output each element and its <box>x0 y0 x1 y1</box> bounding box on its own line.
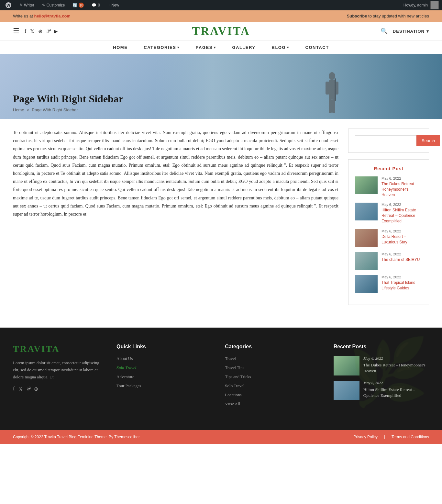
footer-instagram-icon[interactable]: ⊕ <box>34 386 38 392</box>
twitter-icon[interactable]: 𝕏 <box>30 28 34 34</box>
footer-cat-view-all[interactable]: View All <box>225 401 320 407</box>
hero-content: Page With Right Sidebar Home > Page With… <box>0 83 136 119</box>
new-item[interactable]: + New <box>106 0 121 10</box>
footer-quick-links-col: Quick Links About Us Solo Travel Adventu… <box>116 344 212 410</box>
avatar[interactable] <box>430 1 439 9</box>
chevron-down-icon: ▾ <box>426 29 429 34</box>
svg-text:W: W <box>6 3 10 8</box>
svg-point-2 <box>329 72 335 80</box>
writer-item[interactable]: ✎ Writer <box>17 0 36 10</box>
pinterest-icon[interactable]: 𝒫 <box>46 28 50 34</box>
plus-icon: + <box>108 3 110 7</box>
footer-grid: Travita Lorem ipsum dolor sit amet, cons… <box>13 344 429 410</box>
breadcrumb: Home > Page With Right Sidebar <box>13 107 123 112</box>
nav-categories[interactable]: CATEGORIES ▾ <box>144 45 180 50</box>
footer-pinterest-icon[interactable]: 𝒫 <box>27 386 30 392</box>
footer-recent-post-1: May 6, 2022 The Dukes Retreat – Honeymoo… <box>334 356 429 375</box>
nav-pages[interactable]: PAGES ▾ <box>196 45 216 50</box>
site-header: ☰ f 𝕏 ⊕ 𝒫 ▶ Travita 🔍 DESTINATION ▾ <box>0 22 442 41</box>
facebook-icon[interactable]: f <box>25 28 26 34</box>
comments-item[interactable]: 💬 0 <box>90 0 102 10</box>
wp-logo[interactable]: W <box>3 0 14 10</box>
footer-recent-info-1: May 6, 2022 The Dukes Retreat – Honeymoo… <box>363 356 429 375</box>
recent-post-name-3[interactable]: Della Resort – Luxurious Stay <box>381 234 422 245</box>
footer-facebook-icon[interactable]: f <box>13 386 15 392</box>
footer-logo: Travita <box>13 344 104 354</box>
hero-person-silhouette <box>319 67 345 119</box>
svg-rect-6 <box>329 99 332 113</box>
instagram-icon[interactable]: ⊕ <box>38 28 42 34</box>
recent-post-thumb-1 <box>355 176 378 194</box>
nav-blog[interactable]: BLOG ▾ <box>272 45 289 50</box>
recent-post-name-2[interactable]: Hilton Shillim Estate Retreat – Opulence… <box>381 207 422 224</box>
footer-quick-links-title: Quick Links <box>116 344 212 350</box>
recent-post-date-1: May 6, 2022 <box>381 176 422 180</box>
search-input[interactable] <box>355 135 416 146</box>
footer-cat-locations[interactable]: Locations <box>225 392 320 398</box>
new-label: New <box>111 3 119 7</box>
footer-recent-name-2[interactable]: Hilton Shillim Estate Retreat – Opulence… <box>363 387 429 398</box>
footer-link-solo-travel[interactable]: Solo Travel <box>116 365 212 370</box>
search-form: Search <box>355 135 422 146</box>
footer-recent-posts-col: Recent Posts May 6, 2022 The Dukes Retre… <box>334 344 429 410</box>
footer-cat-travel-tips[interactable]: Travel Tips <box>225 365 320 370</box>
terms-link[interactable]: Terms and Conditions <box>392 435 429 439</box>
main-navigation: HOME CATEGORIES ▾ PAGES ▾ GALLERY BLOG ▾… <box>0 41 442 54</box>
destination-button[interactable]: DESTINATION ▾ <box>393 29 429 34</box>
footer-recent-posts-title: Recent Posts <box>334 344 429 350</box>
header-right: 🔍 DESTINATION ▾ <box>381 28 429 35</box>
site-footer: 🌿 Travita Lorem ipsum dolor sit amet, co… <box>0 328 442 430</box>
notice-right: Subscribe to stay updated with new artic… <box>347 14 429 18</box>
notice-bar: Write us at hello@travtia.com Subscribe … <box>0 10 442 22</box>
customize-icon: ✎ <box>42 3 45 7</box>
footer-twitter-icon[interactable]: 𝕏 <box>18 386 23 392</box>
recent-post-name-1[interactable]: The Dukes Retreat – Honeymooner's Heaven <box>381 181 422 197</box>
customize-item[interactable]: ✎ Customize <box>40 0 67 10</box>
hamburger-menu[interactable]: ☰ <box>13 27 19 35</box>
footer-description: Lorem ipsum dolor sit amet, consectetur … <box>13 359 104 381</box>
recent-post-1: May 6, 2022 The Dukes Retreat – Honeymoo… <box>355 176 422 197</box>
recent-post-name-5[interactable]: That Tropical Island Lifestyle Guides <box>381 280 422 291</box>
recent-post-4: May 6, 2022 The charm of SEIRYU <box>355 252 422 270</box>
recent-post-date-4: May 6, 2022 <box>381 252 422 256</box>
nav-contact[interactable]: CONTACT <box>305 45 329 50</box>
hero-banner: Page With Right Sidebar Home > Page With… <box>0 54 442 119</box>
footer-link-adventure[interactable]: Adventure <box>116 374 212 379</box>
recent-post-date-2: May 6, 2022 <box>381 203 422 207</box>
updates-item[interactable]: 🔄 10 <box>71 0 86 10</box>
footer-recent-thumb-2 <box>334 381 359 400</box>
footer-about-col: Travita Lorem ipsum dolor sit amet, cons… <box>13 344 104 410</box>
footer-bottom-links: Privacy Policy | Terms and Conditions <box>353 434 429 440</box>
updates-badge: 10 <box>79 3 84 8</box>
recent-post-date-3: May 6, 2022 <box>381 229 422 233</box>
recent-post-info-3: May 6, 2022 Della Resort – Luxurious Sta… <box>381 229 422 245</box>
footer-link-about-us[interactable]: About Us <box>116 356 212 361</box>
breadcrumb-home[interactable]: Home <box>13 107 24 112</box>
privacy-policy-link[interactable]: Privacy Policy <box>353 435 378 439</box>
email-link[interactable]: hello@travtia.com <box>34 14 71 18</box>
breadcrumb-separator: > <box>27 107 29 112</box>
footer-recent-date-1: May 6, 2022 <box>363 356 429 361</box>
search-button[interactable]: Search <box>416 135 440 146</box>
sidebar-search-box: Search <box>348 129 429 153</box>
recent-post-3: May 6, 2022 Della Resort – Luxurious Sta… <box>355 229 422 247</box>
blog-arrow: ▾ <box>287 46 289 49</box>
footer-cat-tips-tricks[interactable]: Tips and Tricks <box>225 374 320 379</box>
subscribe-link[interactable]: Subscribe <box>347 14 367 18</box>
youtube-icon[interactable]: ▶ <box>54 28 58 34</box>
header-left: ☰ f 𝕏 ⊕ 𝒫 ▶ <box>13 27 58 35</box>
nav-home[interactable]: HOME <box>113 45 127 50</box>
footer-recent-name-1[interactable]: The Dukes Retreat – Honeymooner's Heaven <box>363 362 429 374</box>
admin-bar-right: Howdy, admin <box>403 1 439 9</box>
social-icons: f 𝕏 ⊕ 𝒫 ▶ <box>25 28 58 34</box>
recent-post-name-4[interactable]: The charm of SEIRYU <box>381 257 422 263</box>
recent-post-date-5: May 6, 2022 <box>381 275 422 279</box>
header-search-icon[interactable]: 🔍 <box>381 28 388 35</box>
notice-left: Write us at hello@travtia.com <box>13 14 71 18</box>
footer-link-tour-packages[interactable]: Tour Packages <box>116 383 212 388</box>
nav-gallery[interactable]: GALLERY <box>232 45 255 50</box>
footer-cat-travel[interactable]: Travel <box>225 356 320 361</box>
hero-image <box>155 54 442 119</box>
footer-cat-solo-travel[interactable]: Solo Travel <box>225 383 320 388</box>
site-logo[interactable]: Travita <box>192 24 250 38</box>
